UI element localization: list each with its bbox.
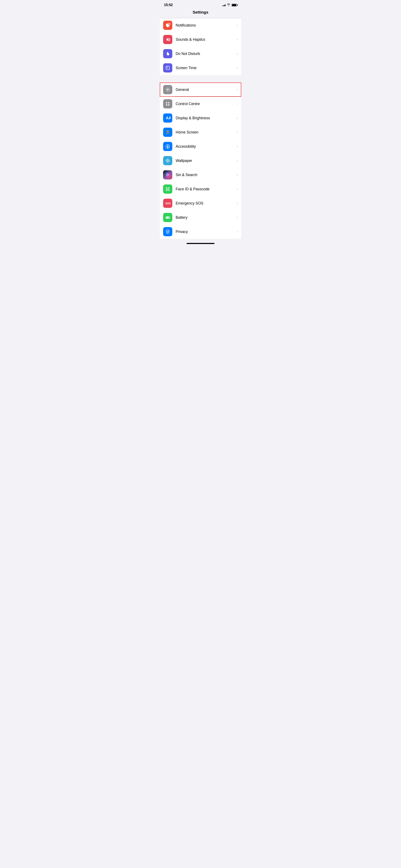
screentime-label: Screen Time: [176, 66, 235, 70]
accessibility-icon: [165, 144, 171, 149]
svg-rect-10: [168, 104, 169, 105]
faceid-chevron: ›: [237, 187, 238, 191]
wallpaper-chevron: ›: [237, 159, 238, 162]
svg-point-35: [168, 189, 168, 189]
sounds-chevron: ›: [237, 38, 238, 41]
wifi-icon: [227, 3, 230, 7]
svg-point-13: [167, 131, 168, 132]
battery-status-icon: [232, 4, 237, 6]
battery-icon-wrapper: [163, 213, 172, 222]
privacy-chevron: ›: [237, 230, 238, 234]
settings-item-sounds[interactable]: Sounds & Haptics ›: [160, 32, 241, 46]
homescreen-label: Home Screen: [176, 130, 235, 134]
home-indicator: [186, 243, 215, 244]
status-bar: 15:52: [160, 0, 241, 8]
svg-rect-33: [168, 190, 169, 191]
dnd-chevron: ›: [237, 52, 238, 56]
section-1: Notifications › Sounds & Haptics › Do No…: [160, 18, 241, 75]
settings-item-battery[interactable]: Battery ›: [160, 210, 241, 224]
controlcentre-icon-wrapper: [163, 99, 172, 108]
svg-rect-30: [166, 187, 167, 188]
accessibility-label: Accessibility: [176, 144, 235, 149]
homescreen-chevron: ›: [237, 130, 238, 134]
controlcentre-label: Control Centre: [176, 102, 235, 106]
svg-rect-9: [166, 104, 167, 105]
settings-item-faceid[interactable]: Face ID & Passcode ›: [160, 182, 241, 196]
svg-rect-39: [169, 217, 170, 218]
sos-icon-wrapper: SOS: [163, 199, 172, 208]
settings-item-notifications[interactable]: Notifications ›: [160, 18, 241, 32]
svg-text:SOS: SOS: [165, 202, 171, 205]
svg-text:AA: AA: [166, 116, 171, 120]
homescreen-icon-wrapper: [163, 128, 172, 137]
display-icon-wrapper: AA: [163, 114, 172, 123]
sos-chevron: ›: [237, 202, 238, 205]
sos-icon: SOS: [165, 200, 171, 206]
screentime-icon: [165, 65, 171, 71]
svg-point-6: [167, 89, 168, 90]
dnd-icon: [165, 51, 171, 57]
svg-point-19: [167, 133, 168, 134]
controlcentre-chevron: ›: [237, 102, 238, 106]
display-chevron: ›: [237, 116, 238, 120]
settings-item-homescreen[interactable]: Home Screen ›: [160, 125, 241, 140]
settings-item-display[interactable]: AA Display & Brightness ›: [160, 111, 241, 125]
bottom-bar: [160, 239, 241, 248]
display-icon: AA: [165, 115, 171, 121]
notifications-icon-wrapper: [163, 21, 172, 30]
privacy-icon-wrapper: [163, 227, 172, 236]
wallpaper-icon: [165, 158, 171, 163]
general-chevron: ›: [237, 88, 238, 92]
page-title: Settings: [160, 8, 241, 18]
sounds-label: Sounds & Haptics: [176, 37, 235, 42]
svg-rect-32: [166, 190, 167, 191]
svg-point-14: [168, 131, 169, 132]
svg-rect-40: [166, 217, 169, 218]
siri-icon: [165, 172, 171, 178]
settings-item-accessibility[interactable]: Accessibility ›: [160, 140, 241, 154]
screentime-chevron: ›: [237, 66, 238, 70]
section-2: General › Control Centre › AA Display & …: [160, 83, 241, 239]
svg-rect-7: [166, 102, 167, 103]
settings-item-sos[interactable]: SOS Emergency SOS ›: [160, 196, 241, 210]
general-icon-wrapper: [163, 85, 172, 94]
homescreen-icon: [165, 129, 171, 135]
wallpaper-icon-wrapper: [163, 156, 172, 165]
notifications-label: Notifications: [176, 23, 235, 28]
battery-icon: [165, 215, 171, 220]
svg-point-16: [167, 132, 168, 133]
accessibility-icon-wrapper: [163, 142, 172, 151]
svg-point-22: [167, 145, 168, 146]
svg-point-20: [168, 133, 169, 134]
svg-rect-1: [167, 27, 168, 27]
svg-rect-8: [168, 102, 169, 103]
faceid-icon-wrapper: [163, 184, 172, 194]
sounds-icon: [165, 36, 171, 42]
svg-point-24: [167, 160, 168, 161]
settings-item-dnd[interactable]: Do Not Disturb ›: [160, 46, 241, 61]
status-icons: [222, 3, 237, 7]
status-time: 15:52: [164, 3, 173, 7]
settings-item-wallpaper[interactable]: Wallpaper ›: [160, 154, 241, 168]
settings-item-screentime[interactable]: Screen Time ›: [160, 61, 241, 75]
svg-point-15: [166, 132, 167, 133]
sounds-icon-wrapper: [163, 35, 172, 44]
settings-item-general[interactable]: General ›: [160, 83, 241, 97]
faceid-icon: [165, 186, 171, 192]
svg-point-18: [166, 133, 167, 134]
svg-rect-3: [169, 24, 169, 25]
settings-item-controlcentre[interactable]: Control Centre ›: [160, 97, 241, 111]
signal-icon: [222, 4, 226, 6]
svg-point-29: [165, 173, 170, 177]
notifications-chevron: ›: [237, 23, 238, 27]
section-gap: [160, 75, 241, 83]
battery-chevron: ›: [237, 216, 238, 219]
settings-item-siri[interactable]: Siri & Search ›: [160, 168, 241, 182]
settings-item-privacy[interactable]: Privacy ›: [160, 224, 241, 239]
svg-point-34: [167, 189, 167, 189]
dnd-icon-wrapper: [163, 49, 172, 58]
faceid-label: Face ID & Passcode: [176, 187, 235, 191]
general-label: General: [176, 88, 235, 92]
wallpaper-label: Wallpaper: [176, 159, 235, 163]
battery-label: Battery: [176, 215, 235, 220]
